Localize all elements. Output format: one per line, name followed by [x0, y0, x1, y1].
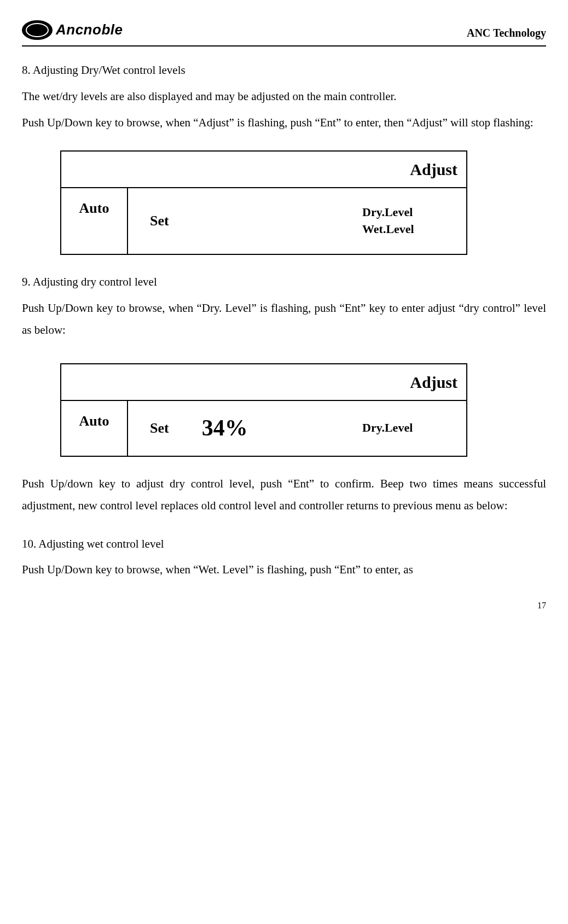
lcd2-set: Set: [150, 415, 169, 441]
page-number: 17: [22, 597, 546, 614]
section-9b-para-1: Push Up/down key to adjust dry control l…: [22, 473, 546, 517]
lcd1-wet-level: Wet.Level: [362, 221, 414, 238]
logo-icon: [22, 20, 53, 40]
page-header: Ancnoble ANC Technology: [22, 16, 546, 47]
section-9-para-1: Push Up/Down key to browse, when “Dry. L…: [22, 298, 546, 341]
section-8-heading: 8. Adjusting Dry/Wet control levels: [22, 60, 546, 82]
lcd2-right: Dry.Level: [362, 401, 466, 456]
lcd2-dry-level: Dry.Level: [362, 420, 413, 437]
lcd1-dry-level: Dry.Level: [362, 204, 413, 221]
section-10-heading: 10. Adjusting wet control level: [22, 533, 546, 555]
lcd2-center: Set 34%: [128, 401, 362, 456]
lcd1-set: Set: [150, 207, 169, 234]
section-8-para-1: The wet/dry levels are also displayed an…: [22, 86, 546, 108]
lcd1-top: Adjust: [61, 152, 466, 188]
lcd2-value: 34%: [202, 406, 248, 450]
lcd1-center: Set: [128, 188, 362, 254]
lcd2-auto: Auto: [61, 401, 128, 456]
lcd2-bottom: Auto Set 34% Dry.Level: [61, 401, 466, 456]
section-10-para-1: Push Up/Down key to browse, when “Wet. L…: [22, 559, 546, 581]
lcd-display-2: Adjust Auto Set 34% Dry.Level: [60, 363, 467, 457]
lcd2-top: Adjust: [61, 364, 466, 401]
lcd1-bottom: Auto Set Dry.Level Wet.Level: [61, 188, 466, 254]
header-company: ANC Technology: [467, 22, 546, 43]
logo: Ancnoble: [22, 16, 123, 43]
section-8-para-2: Push Up/Down key to browse, when “Adjust…: [22, 112, 546, 134]
section-9-heading: 9. Adjusting dry control level: [22, 271, 546, 293]
lcd-display-1: Adjust Auto Set Dry.Level Wet.Level: [60, 150, 467, 255]
logo-text: Ancnoble: [56, 16, 123, 43]
lcd1-auto: Auto: [61, 188, 128, 254]
lcd1-right: Dry.Level Wet.Level: [362, 188, 466, 254]
